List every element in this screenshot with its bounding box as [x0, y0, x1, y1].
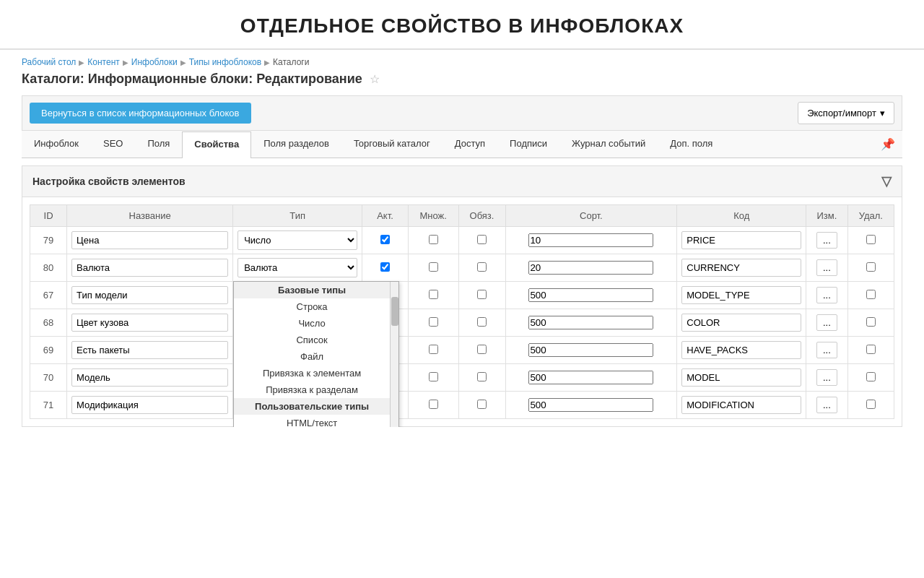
- sort-input[interactable]: [528, 398, 653, 412]
- obyz-checkbox[interactable]: [477, 290, 487, 299]
- col-izm: Изм.: [806, 205, 848, 227]
- mnozh-checkbox[interactable]: [429, 317, 438, 327]
- obyz-checkbox[interactable]: [477, 317, 487, 327]
- mnozh-checkbox[interactable]: [429, 400, 438, 409]
- dropdown-item[interactable]: HTML/текст: [234, 415, 390, 427]
- tab-podpisi[interactable]: Подписи: [497, 131, 559, 158]
- name-input[interactable]: [71, 341, 228, 359]
- breadcrumb-item-2[interactable]: Контент: [87, 57, 119, 67]
- code-input[interactable]: [681, 231, 801, 249]
- section-header: Настройка свойств элементов ▽: [22, 166, 902, 197]
- izm-button[interactable]: ...: [816, 232, 837, 249]
- izm-button[interactable]: ...: [816, 287, 837, 303]
- type-dropdown[interactable]: Базовые типыСтрокаЧислоСписокФайлПривязк…: [233, 281, 399, 427]
- obyz-checkbox[interactable]: [477, 400, 487, 409]
- sort-input[interactable]: [528, 261, 653, 275]
- udal-checkbox[interactable]: [866, 345, 876, 354]
- izm-button[interactable]: ...: [816, 259, 837, 276]
- export-button[interactable]: Экспорт/импорт ▾: [798, 102, 894, 124]
- name-input[interactable]: [71, 286, 228, 304]
- cell-code: [677, 309, 806, 337]
- sort-input[interactable]: [528, 343, 653, 357]
- sort-input[interactable]: [528, 288, 653, 302]
- tab-polya-razdelov[interactable]: Поля разделов: [251, 131, 341, 158]
- mnozh-checkbox[interactable]: [429, 262, 438, 272]
- page-title: ОТДЕЛЬНОЕ СВОЙСТВО В ИНФОБЛОКАХ: [0, 14, 924, 38]
- sort-input[interactable]: [528, 371, 653, 384]
- akt-checkbox[interactable]: [380, 235, 390, 244]
- sort-input[interactable]: [528, 316, 653, 329]
- obyz-checkbox[interactable]: [477, 235, 487, 244]
- dropdown-item[interactable]: Строка: [234, 298, 390, 315]
- cell-id: 68: [30, 309, 67, 337]
- mnozh-checkbox[interactable]: [429, 372, 438, 381]
- code-input[interactable]: [681, 259, 801, 277]
- type-select[interactable]: Валюта: [237, 258, 357, 277]
- tab-polya[interactable]: Поля: [135, 131, 182, 158]
- cell-obyz: [458, 227, 505, 254]
- udal-checkbox[interactable]: [866, 262, 876, 272]
- dropdown-scrollbar[interactable]: [390, 282, 398, 427]
- tab-infoblok[interactable]: Инфоблок: [22, 131, 91, 158]
- name-input[interactable]: [71, 368, 228, 387]
- export-label: Экспорт/импорт: [807, 108, 876, 118]
- cell-code: [677, 227, 806, 254]
- favorite-icon[interactable]: ☆: [370, 72, 380, 86]
- code-input[interactable]: [681, 368, 801, 387]
- udal-checkbox[interactable]: [866, 290, 876, 299]
- tab-zhurnal[interactable]: Журнал событий: [559, 131, 658, 158]
- tab-torgoviy-katalog[interactable]: Торговый каталог: [341, 131, 443, 158]
- dropdown-item[interactable]: Привязка к элементам: [234, 365, 390, 381]
- cell-sort: [505, 392, 677, 419]
- udal-checkbox[interactable]: [866, 372, 876, 381]
- breadcrumb-item-4[interactable]: Типы инфоблоков: [189, 57, 261, 67]
- mnozh-checkbox[interactable]: [429, 235, 438, 244]
- dropdown-item[interactable]: Число: [234, 315, 390, 332]
- code-input[interactable]: [681, 396, 801, 414]
- toolbar: Вернуться в список информационных блоков…: [22, 95, 902, 131]
- cell-id: 69: [30, 337, 67, 364]
- cell-mnozh: [408, 364, 458, 392]
- mnozh-checkbox[interactable]: [429, 345, 438, 354]
- breadcrumb-sep-4: ▶: [264, 59, 270, 66]
- udal-checkbox[interactable]: [866, 317, 876, 327]
- dropdown-item[interactable]: Файл: [234, 348, 390, 365]
- tab-seo[interactable]: SEO: [91, 131, 135, 158]
- tab-dostup[interactable]: Доступ: [443, 131, 497, 158]
- code-input[interactable]: [681, 341, 801, 359]
- name-input[interactable]: [71, 314, 228, 332]
- name-input[interactable]: [71, 259, 228, 277]
- breadcrumb-item-1[interactable]: Рабочий стол: [22, 57, 76, 67]
- name-input[interactable]: [71, 396, 228, 414]
- col-type: Тип: [233, 205, 362, 227]
- izm-button[interactable]: ...: [816, 369, 837, 386]
- obyz-checkbox[interactable]: [477, 262, 487, 272]
- udal-checkbox[interactable]: [866, 235, 876, 244]
- obyz-checkbox[interactable]: [477, 345, 487, 354]
- tab-svoystva[interactable]: Свойства: [182, 131, 251, 158]
- izm-button[interactable]: ...: [816, 314, 837, 331]
- mnozh-checkbox[interactable]: [429, 290, 438, 299]
- pin-icon[interactable]: 📌: [873, 131, 902, 158]
- section-collapse-icon[interactable]: ▽: [881, 173, 892, 189]
- dropdown-item[interactable]: Привязка к разделам: [234, 381, 390, 398]
- akt-checkbox[interactable]: [380, 262, 390, 272]
- udal-checkbox[interactable]: [866, 400, 876, 409]
- izm-button[interactable]: ...: [816, 397, 837, 413]
- code-input[interactable]: [681, 286, 801, 304]
- cell-udal: [847, 254, 894, 282]
- obyz-checkbox[interactable]: [477, 372, 487, 381]
- name-input[interactable]: [71, 231, 228, 249]
- breadcrumb-item-3[interactable]: Инфоблоки: [131, 57, 178, 67]
- cell-name: [67, 309, 233, 337]
- sort-input[interactable]: [528, 233, 653, 247]
- cell-code: [677, 254, 806, 282]
- back-button[interactable]: Вернуться в список информационных блоков: [30, 103, 251, 124]
- izm-button[interactable]: ...: [816, 342, 837, 358]
- table-row: 71Список...: [30, 392, 894, 419]
- tab-dop-polya[interactable]: Доп. поля: [658, 131, 725, 158]
- dropdown-item[interactable]: Список: [234, 332, 390, 348]
- code-input[interactable]: [681, 314, 801, 332]
- type-select[interactable]: Число: [237, 230, 357, 250]
- cell-id: 79: [30, 227, 67, 254]
